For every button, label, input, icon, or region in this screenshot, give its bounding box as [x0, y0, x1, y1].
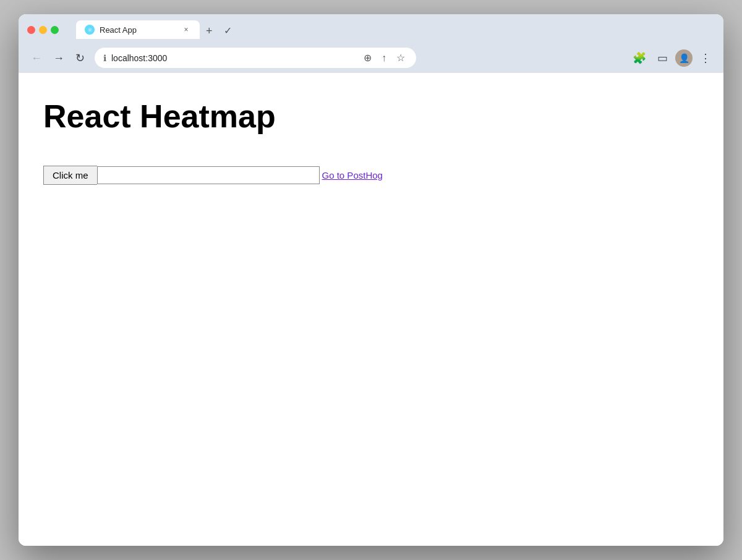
traffic-lights	[27, 26, 59, 34]
maximize-window-button[interactable]	[51, 26, 59, 34]
text-input[interactable]	[97, 166, 320, 184]
active-tab[interactable]: ⚛ React App ×	[76, 20, 200, 39]
info-icon: ℹ	[103, 53, 106, 63]
new-tab-button[interactable]: +	[200, 23, 219, 39]
title-bar-top: ⚛ React App × + ✓	[27, 20, 715, 44]
page-controls: Click me Go to PostHog	[43, 166, 699, 185]
extensions-button[interactable]: 🧩	[629, 49, 650, 67]
react-favicon-icon: ⚛	[85, 25, 95, 35]
page-title: React Heatmap	[43, 98, 699, 135]
zoom-icon[interactable]: ⊕	[361, 51, 374, 65]
profile-avatar[interactable]: 👤	[675, 49, 693, 67]
tabs-row: ⚛ React App × + ✓	[76, 20, 237, 39]
address-text: localhost:3000	[111, 53, 356, 63]
address-bar[interactable]: ℹ localhost:3000 ⊕ ↑ ☆	[95, 48, 416, 68]
share-icon[interactable]: ↑	[379, 51, 389, 65]
nav-bar: ← → ↻ ℹ localhost:3000 ⊕ ↑ ☆ 🧩 ▭ 👤 ⋮	[19, 44, 723, 73]
title-bar: ⚛ React App × + ✓	[19, 14, 723, 44]
click-me-button[interactable]: Click me	[43, 166, 97, 185]
reload-button[interactable]: ↻	[72, 50, 88, 66]
tab-title: React App	[100, 25, 176, 35]
menu-button[interactable]: ⋮	[696, 49, 715, 67]
bookmark-icon[interactable]: ☆	[394, 51, 407, 65]
back-button[interactable]: ←	[27, 50, 46, 66]
forward-button[interactable]: →	[49, 50, 68, 66]
tab-chevron-icon: ✓	[219, 22, 237, 39]
close-tab-button[interactable]: ×	[181, 25, 191, 35]
browser-window: ⚛ React App × + ✓ ← → ↻ ℹ localhost:3000…	[19, 14, 723, 546]
minimize-window-button[interactable]	[39, 26, 47, 34]
posthog-link[interactable]: Go to PostHog	[322, 170, 383, 180]
close-window-button[interactable]	[27, 26, 35, 34]
page-content: React Heatmap Click me Go to PostHog	[19, 73, 723, 546]
nav-actions: 🧩 ▭ 👤 ⋮	[629, 49, 715, 67]
sidebar-button[interactable]: ▭	[654, 49, 672, 67]
